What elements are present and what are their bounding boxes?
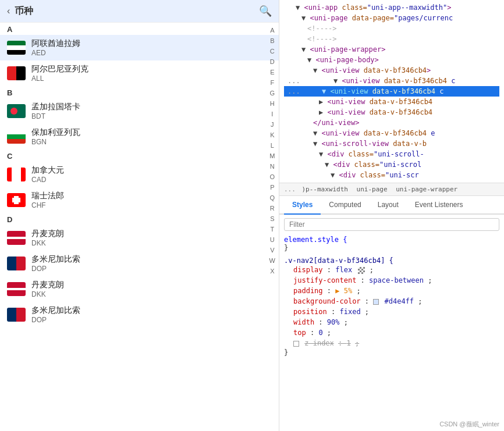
alpha-u[interactable]: U [268,234,277,245]
search-header: ‹ 币种 🔍 [0,0,279,23]
colon: : [310,329,318,337]
prop-value: space-between [369,276,424,284]
breadcrumb-item-page[interactable]: uni-page [357,186,388,193]
colon: : [361,276,369,284]
breadcrumb-item-wrapper[interactable]: uni-page-wrapper [396,186,457,193]
currency-item[interactable]: 阿尔巴尼亚列克 ALL [0,60,279,86]
currency-code: AED [31,49,80,57]
alpha-g[interactable]: G [268,88,278,98]
alpha-s[interactable]: S [268,213,276,224]
prop-name: padding [293,287,323,295]
alpha-q[interactable]: Q [268,193,278,203]
flag-dkk2 [7,282,26,296]
currency-item[interactable]: 多米尼加比索 DOP [0,302,279,327]
alpha-f[interactable]: F [268,77,276,88]
dom-line: ▶ <uni-view data-v-bf346cb4 [284,107,499,117]
dom-line-dots: ... ▼ <uni-view data-v-bf346cb4 c [284,76,499,86]
currency-item[interactable]: 阿联酋迪拉姆 AED [0,35,279,60]
prop-value: fixed [339,308,360,316]
css-prop-position: position : fixed ; [284,307,499,317]
back-button[interactable]: ‹ [7,6,10,16]
search-button[interactable]: 🔍 [259,5,272,17]
css-selector-line: .v-nav2[data-v-bf346cb4] { [284,257,499,265]
alpha-k[interactable]: K [268,130,276,140]
currency-name: 多米尼加比索 [31,254,80,265]
flex-grid-icon[interactable] [358,267,365,274]
prop-value: #d4e4ff [385,297,414,305]
breadcrumb: ... )p--maxwidth uni-page uni-page-wrapp… [279,183,504,196]
currency-item[interactable]: 丹麦克朗 DKK [0,225,279,251]
filter-input[interactable] [284,218,499,231]
currency-info-dop2: 多米尼加比索 DOP [31,305,80,324]
flag-chf [7,193,26,207]
dom-line: ▼ <uni-app class="uni-app--maxwidth"> [284,2,499,13]
alpha-l[interactable]: L [268,140,276,151]
alpha-n[interactable]: N [268,161,277,172]
dom-line: ▶ <uni-view data-v-bf346cb4 [284,97,499,107]
colon: : [365,297,373,305]
tab-computed[interactable]: Computed [321,196,369,215]
alpha-p[interactable]: P [268,182,276,193]
currency-item[interactable]: 丹麦克朗 DKK [0,276,279,302]
zindex-checkbox[interactable] [293,341,299,347]
css-prop-padding: padding : ▶ 5% ; [284,286,499,296]
alpha-v[interactable]: V [268,245,276,255]
alpha-i[interactable]: I [269,109,275,119]
alpha-r[interactable]: R [268,203,277,213]
currency-info-aed: 阿联酋迪拉姆 AED [31,38,80,57]
csdn-watermark: CSDN @薇眠_winter [279,418,504,431]
breadcrumb-item[interactable]: )p--maxwidth [302,186,348,193]
currency-info-chf: 瑞士法郎 CHF [31,191,64,209]
alpha-c[interactable]: C [268,46,277,56]
css-prop-zindex: z-index : 1 ; [284,338,499,348]
alpha-d[interactable]: D [268,56,277,67]
currency-info-bdt: 孟加拉国塔卡 BDT [31,102,80,120]
tab-styles[interactable]: Styles [284,196,321,215]
currency-item[interactable]: 瑞士法郎 CHF [0,187,279,213]
flag-aed [7,41,26,55]
prop-name: position [293,308,327,316]
currency-item[interactable]: 加拿大元 CAD [0,162,279,187]
currency-item[interactable]: 保加利亚列瓦 BGN [0,124,279,149]
css-closing-brace: } [284,244,499,252]
tabs-bar: Styles Computed Layout Event Listeners [279,196,504,215]
alpha-e[interactable]: E [268,67,276,77]
alpha-b[interactable]: B [268,35,276,46]
alpha-w[interactable]: W [267,255,278,266]
alpha-m[interactable]: M [267,151,277,161]
alpha-t[interactable]: T [268,224,276,234]
dom-tree: ▼ <uni-app class="uni-app--maxwidth"> ▼ … [279,0,504,183]
alpha-h[interactable]: H [268,98,277,109]
dom-line-comment: <!----> [284,23,499,34]
alpha-x[interactable]: X [268,266,276,276]
alpha-a[interactable]: A [268,25,276,35]
watermark-text: CSDN @薇眠_winter [439,421,499,428]
currency-name: 孟加拉国塔卡 [31,102,80,112]
dom-line-highlighted[interactable]: ... ▼ <uni-view data-v-bf346cb4 c [284,86,499,97]
color-swatch[interactable] [373,299,379,305]
dom-line: </uni-view> [284,117,499,128]
colon: : [338,339,346,347]
currency-item[interactable]: 多米尼加比索 DOP [0,251,279,276]
css-prop-width: width : 90% ; [284,317,499,327]
alpha-j[interactable]: J [268,119,276,130]
colon: : [318,318,326,326]
styles-panel: element.style { } .v-nav2[data-v-bf346cb… [279,215,504,418]
css-prop-bg-color: background-color : #d4e4ff ; [284,296,499,307]
prop-value: 1 [347,339,351,347]
flag-dkk1 [7,231,26,245]
prop-value: 0 [318,329,322,337]
currency-code: ALL [31,74,88,83]
dom-line: ▼ <uni-view data-v-bf346cb4 e [284,128,499,138]
prop-name: justify-content [293,276,356,284]
currency-item[interactable]: 孟加拉国塔卡 BDT [0,98,279,124]
alpha-o[interactable]: O [268,172,278,182]
css-selector: element.style { [284,236,499,244]
tab-event-listeners[interactable]: Event Listeners [407,196,471,215]
dom-line: ▼ <div class="uni-scroll- [284,149,499,159]
currency-name: 加拿大元 [31,165,64,176]
prop-value: flex [335,266,352,274]
dom-line: ▼ <uni-scroll-view data-v-b [284,138,499,149]
flag-cad [7,168,26,181]
tab-layout[interactable]: Layout [370,196,407,215]
